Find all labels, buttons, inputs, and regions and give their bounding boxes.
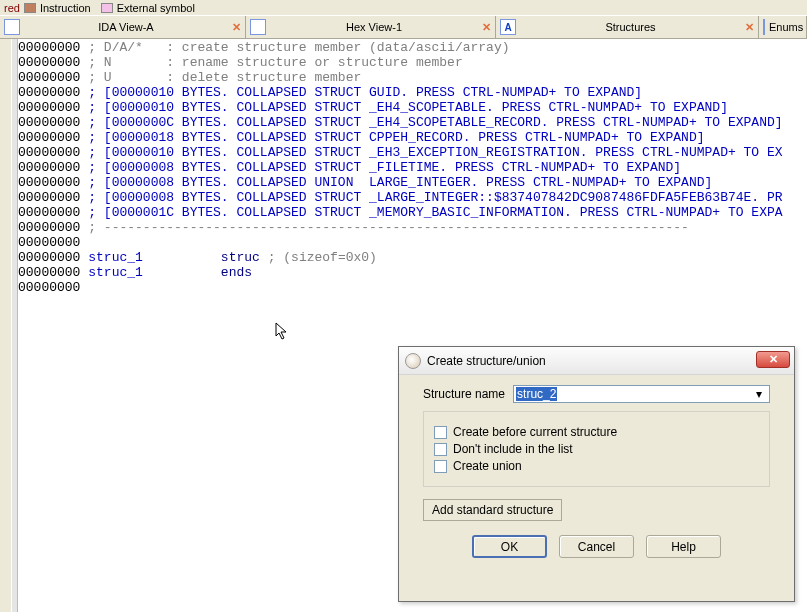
- tab-label: IDA View-A: [24, 21, 228, 33]
- structure-name-value: struc_2: [516, 387, 557, 401]
- checkbox-create-before[interactable]: [434, 426, 447, 439]
- code-line[interactable]: 00000000 ; [00000008 BYTES. COLLAPSED UN…: [18, 175, 807, 190]
- legend-instruction: Instruction: [40, 2, 91, 14]
- close-icon[interactable]: ✕: [232, 21, 241, 34]
- cancel-button[interactable]: Cancel: [559, 535, 634, 558]
- code-line[interactable]: 00000000 ; U : delete structure member: [18, 70, 807, 85]
- code-line[interactable]: 00000000 ; [00000010 BYTES. COLLAPSED ST…: [18, 145, 807, 160]
- code-line[interactable]: 00000000 ; [0000000C BYTES. COLLAPSED ST…: [18, 115, 807, 130]
- checkbox-no-list[interactable]: [434, 443, 447, 456]
- structure-name-input[interactable]: struc_2 ▾: [513, 385, 770, 403]
- cb-label: Don't include in the list: [453, 442, 573, 456]
- code-line[interactable]: 00000000 ; [0000001C BYTES. COLLAPSED ST…: [18, 205, 807, 220]
- code-line[interactable]: 00000000 ; -----------------------------…: [18, 220, 807, 235]
- code-line[interactable]: 00000000 ; N : rename structure or struc…: [18, 55, 807, 70]
- dialog-titlebar[interactable]: Create structure/union ✕: [399, 347, 794, 375]
- tab-label: Structures: [520, 21, 741, 33]
- tab-enums[interactable]: Enums: [759, 16, 807, 38]
- add-standard-structure-button[interactable]: Add standard structure: [423, 499, 562, 521]
- code-line[interactable]: 00000000: [18, 280, 807, 295]
- tab-bar: IDA View-A ✕ Hex View-1 ✕ A Structures ✕…: [0, 15, 807, 39]
- tab-label: Enums: [769, 21, 803, 33]
- dialog-title: Create structure/union: [427, 354, 546, 368]
- hex-icon: [250, 19, 266, 35]
- close-icon[interactable]: ✕: [482, 21, 491, 34]
- code-line[interactable]: 00000000: [18, 235, 807, 250]
- tab-ida-view[interactable]: IDA View-A ✕: [0, 16, 246, 38]
- code-line[interactable]: 00000000 ; [00000008 BYTES. COLLAPSED ST…: [18, 190, 807, 205]
- gutter: [0, 39, 12, 612]
- code-line[interactable]: 00000000 struc_1 ends: [18, 265, 807, 280]
- chevron-down-icon[interactable]: ▾: [751, 387, 767, 401]
- code-line[interactable]: 00000000 struc_1 struc ; (sizeof=0x0): [18, 250, 807, 265]
- structure-name-label: Structure name: [423, 387, 505, 401]
- disasm-icon: [4, 19, 20, 35]
- cb-label: Create union: [453, 459, 522, 473]
- legend-swatch-instruction: [24, 3, 36, 13]
- legend-red: red: [4, 2, 20, 14]
- checkbox-create-union[interactable]: [434, 460, 447, 473]
- code-line[interactable]: 00000000 ; [00000010 BYTES. COLLAPSED ST…: [18, 100, 807, 115]
- code-line[interactable]: 00000000 ; D/A/* : create structure memb…: [18, 40, 807, 55]
- tab-hex-view[interactable]: Hex View-1 ✕: [246, 16, 496, 38]
- ok-button[interactable]: OK: [472, 535, 547, 558]
- cb-label: Create before current structure: [453, 425, 617, 439]
- app-icon: [405, 353, 421, 369]
- help-button[interactable]: Help: [646, 535, 721, 558]
- tab-label: Hex View-1: [270, 21, 478, 33]
- legend-swatch-extsym: [101, 3, 113, 13]
- options-group: Create before current structure Don't in…: [423, 411, 770, 487]
- code-line[interactable]: 00000000 ; [00000010 BYTES. COLLAPSED ST…: [18, 85, 807, 100]
- close-button[interactable]: ✕: [756, 351, 790, 368]
- code-line[interactable]: 00000000 ; [00000018 BYTES. COLLAPSED ST…: [18, 130, 807, 145]
- struct-icon: A: [500, 19, 516, 35]
- close-icon[interactable]: ✕: [745, 21, 754, 34]
- legend-extsym: External symbol: [117, 2, 195, 14]
- tab-structures[interactable]: A Structures ✕: [496, 16, 759, 38]
- create-structure-dialog: Create structure/union ✕ Structure name …: [398, 346, 795, 602]
- enum-icon: [763, 19, 765, 35]
- legend-bar: red Instruction External symbol: [0, 0, 807, 15]
- code-line[interactable]: 00000000 ; [00000008 BYTES. COLLAPSED ST…: [18, 160, 807, 175]
